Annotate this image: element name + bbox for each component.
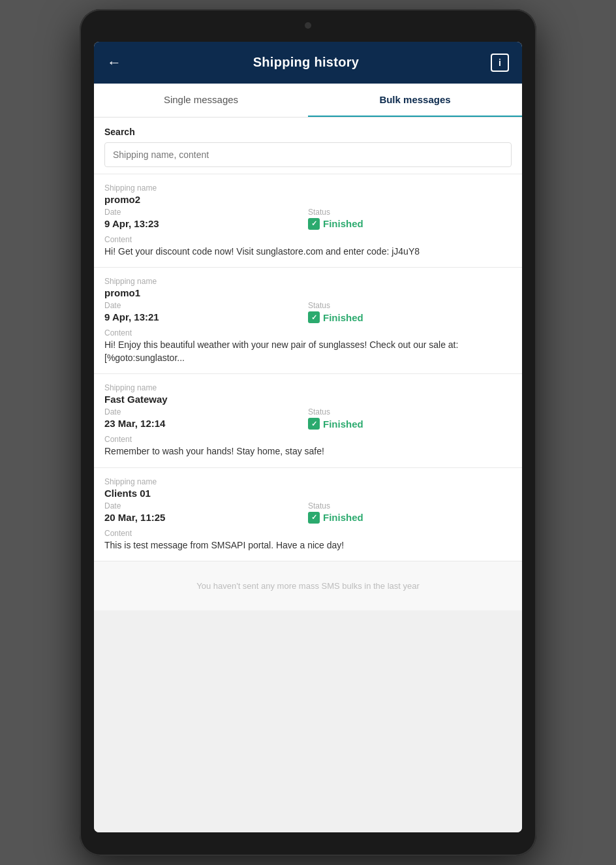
info-button[interactable]: i [491, 54, 509, 72]
status-check-icon-3: ✓ [308, 512, 320, 524]
date-value-0: 9 Apr, 13:23 [104, 218, 308, 229]
status-section-3: Status ✓ Finished [308, 501, 512, 524]
content-label-0: Content [104, 235, 512, 244]
status-check-icon-1: ✓ [308, 311, 320, 323]
tab-bulk-messages[interactable]: Bulk messages [308, 84, 522, 117]
content-area: Search Shipping name promo2 Date 9 Apr, … [94, 118, 522, 611]
search-label: Search [104, 127, 512, 137]
content-label-3: Content [104, 529, 512, 538]
status-section-2: Status ✓ Finished [308, 407, 512, 430]
date-section-0: Date 9 Apr, 13:23 [104, 208, 308, 229]
content-label-2: Content [104, 435, 512, 444]
status-check-icon-0: ✓ [308, 218, 320, 230]
tab-bar: Single messages Bulk messages [94, 84, 522, 118]
status-section-1: Status ✓ Finished [308, 301, 512, 323]
content-text-2: Remember to wash your hands! Stay home, … [104, 445, 512, 458]
content-label-1: Content [104, 328, 512, 338]
date-section-2: Date 23 Mar, 12:14 [104, 407, 308, 429]
status-value-0: ✓ Finished [308, 218, 512, 230]
search-section: Search [94, 118, 522, 174]
shipping-name-value-2: Fast Gateway [104, 394, 512, 405]
tablet-frame: ← Shipping history i Single messages Bul… [80, 9, 536, 857]
status-label-3: Status [308, 501, 512, 511]
search-input[interactable] [104, 142, 512, 167]
date-label-3: Date [104, 501, 308, 511]
date-value-2: 23 Mar, 12:14 [104, 418, 308, 429]
status-label-2: Status [308, 407, 512, 417]
content-text-3: This is test message from SMSAPI portal.… [104, 539, 512, 552]
shipping-name-label-0: Shipping name [104, 183, 512, 193]
date-value-3: 20 Mar, 11:25 [104, 512, 308, 523]
date-section-1: Date 9 Apr, 13:21 [104, 301, 308, 322]
shipping-name-label-3: Shipping name [104, 477, 512, 486]
status-value-3: ✓ Finished [308, 512, 512, 524]
tablet-screen: ← Shipping history i Single messages Bul… [94, 42, 522, 833]
date-label-1: Date [104, 301, 308, 310]
row-meta-0: Date 9 Apr, 13:23 Status ✓ Finished [104, 208, 512, 230]
row-meta-3: Date 20 Mar, 11:25 Status ✓ Finished [104, 501, 512, 524]
list-item: Shipping name promo2 Date 9 Apr, 13:23 S… [94, 174, 522, 268]
shipping-name-value-0: promo2 [104, 194, 512, 205]
content-text-1: Hi! Enjoy this beautiful weather with yo… [104, 339, 512, 364]
row-meta-1: Date 9 Apr, 13:21 Status ✓ Finished [104, 301, 512, 323]
back-button[interactable]: ← [107, 54, 121, 71]
shipping-name-value-3: Clients 01 [104, 488, 512, 499]
status-text-2: Finished [323, 418, 363, 430]
list-item: Shipping name Clients 01 Date 20 Mar, 11… [94, 467, 522, 561]
status-value-1: ✓ Finished [308, 311, 512, 323]
status-value-2: ✓ Finished [308, 418, 512, 430]
row-meta-2: Date 23 Mar, 12:14 Status ✓ Finished [104, 407, 512, 430]
tab-single-messages[interactable]: Single messages [94, 84, 308, 117]
empty-state-message: You haven't sent any more mass SMS bulks… [94, 561, 522, 610]
page-title: Shipping history [253, 55, 360, 70]
status-section-0: Status ✓ Finished [308, 208, 512, 230]
status-label-1: Status [308, 301, 512, 310]
status-label-0: Status [308, 208, 512, 217]
shipping-name-label-2: Shipping name [104, 383, 512, 392]
status-text-0: Finished [323, 218, 363, 229]
bottom-space [94, 610, 522, 832]
shipping-name-value-1: promo1 [104, 287, 512, 298]
status-text-1: Finished [323, 312, 363, 323]
list-item: Shipping name Fast Gateway Date 23 Mar, … [94, 373, 522, 467]
app-header: ← Shipping history i [94, 42, 522, 84]
content-text-0: Hi! Get your discount code now! Visit su… [104, 245, 512, 259]
tablet-camera [305, 22, 311, 29]
date-value-1: 9 Apr, 13:21 [104, 311, 308, 322]
shipping-list: Shipping name promo2 Date 9 Apr, 13:23 S… [94, 174, 522, 611]
status-check-icon-2: ✓ [308, 418, 320, 430]
shipping-name-label-1: Shipping name [104, 277, 512, 286]
list-item: Shipping name promo1 Date 9 Apr, 13:21 S… [94, 267, 522, 373]
date-label-0: Date [104, 208, 308, 217]
status-text-3: Finished [323, 512, 363, 523]
date-section-3: Date 20 Mar, 11:25 [104, 501, 308, 523]
date-label-2: Date [104, 407, 308, 417]
